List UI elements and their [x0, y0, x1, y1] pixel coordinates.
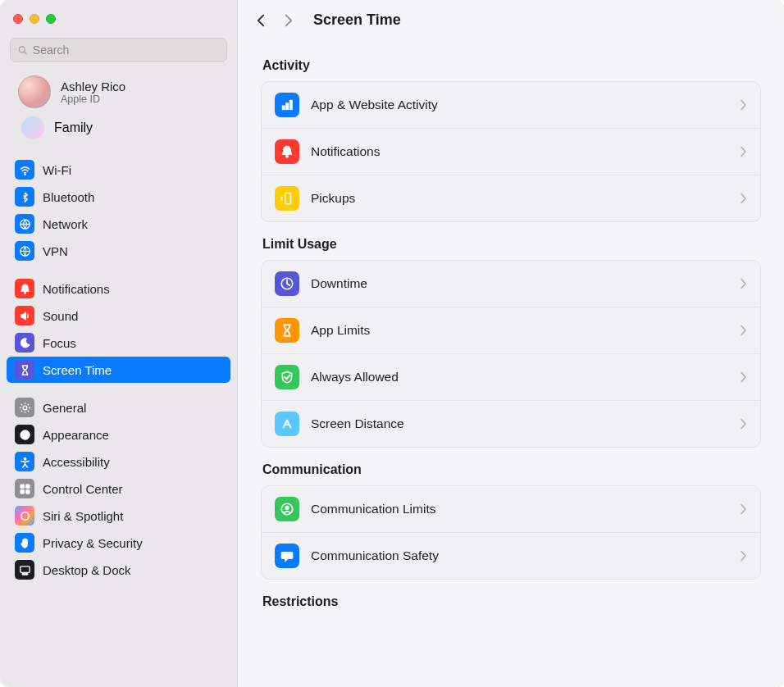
downtime-icon — [275, 271, 299, 296]
sidebar-item-label: Privacy & Security — [43, 536, 143, 550]
sidebar-item-notifications[interactable]: Notifications — [7, 275, 230, 302]
sidebar-item-control-center[interactable]: Control Center — [7, 475, 230, 502]
settings-row-always-allowed[interactable]: Always Allowed — [262, 353, 760, 400]
hourglass-icon — [15, 360, 34, 380]
sidebar-item-general[interactable]: General — [7, 394, 230, 421]
settings-row-notifications[interactable]: Notifications — [262, 128, 760, 175]
sidebar-item-label: Desktop & Dock — [43, 563, 131, 577]
siri-icon — [15, 506, 34, 525]
search-field[interactable] — [10, 38, 227, 62]
row-label: Notifications — [311, 144, 728, 159]
chevron-right-icon — [740, 325, 747, 336]
moon-icon — [15, 333, 34, 353]
bluetooth-icon — [15, 187, 34, 207]
search-input[interactable] — [33, 43, 220, 57]
bell-icon — [275, 139, 299, 164]
section-label: Communication — [262, 462, 759, 477]
sidebar-item-siri-spotlight[interactable]: Siri & Spotlight — [7, 503, 230, 529]
gear-icon — [15, 398, 34, 417]
sidebar-item-sound[interactable]: Sound — [7, 303, 230, 329]
sidebar-item-label: Focus — [43, 336, 76, 350]
sidebar-item-label: Wi-Fi — [43, 163, 71, 177]
sidebar-item-label: Screen Time — [43, 363, 112, 377]
avatar — [18, 75, 51, 108]
maximize-button[interactable] — [46, 14, 56, 24]
account-sub: Apple ID — [61, 93, 125, 105]
sidebar-item-bluetooth[interactable]: Bluetooth — [7, 184, 230, 210]
wifi-icon — [15, 160, 34, 180]
family-row[interactable]: Family — [0, 113, 237, 148]
settings-row-screen-distance[interactable]: Screen Distance — [262, 400, 760, 447]
sidebar-item-screen-time[interactable]: Screen Time — [7, 357, 230, 383]
check-shield-icon — [275, 365, 299, 389]
back-button[interactable] — [254, 14, 267, 27]
chevron-right-icon — [740, 146, 747, 157]
row-label: Always Allowed — [311, 370, 728, 384]
chevron-right-icon — [740, 278, 747, 289]
chevron-right-icon — [740, 371, 747, 383]
settings-row-downtime[interactable]: Downtime — [262, 261, 760, 307]
section-label: Activity — [262, 58, 759, 73]
person-circle-icon — [275, 497, 299, 521]
section-label: Limit Usage — [262, 237, 759, 252]
hourglass-icon — [275, 318, 299, 343]
svg-line-1 — [25, 52, 27, 54]
row-label: Communication Safety — [311, 548, 728, 563]
sidebar-item-focus[interactable]: Focus — [7, 330, 230, 356]
row-label: App & Website Activity — [311, 98, 728, 112]
bell-icon — [15, 279, 34, 298]
chevron-right-icon — [740, 193, 747, 204]
sidebar-item-label: Network — [43, 217, 88, 231]
svg-point-0 — [19, 46, 25, 52]
chevron-right-icon — [740, 99, 747, 111]
sidebar-item-network[interactable]: Network — [7, 211, 230, 237]
sidebar-item-vpn[interactable]: VPN — [7, 238, 230, 264]
sidebar-item-wi-fi[interactable]: Wi-Fi — [7, 157, 230, 183]
settings-row-pickups[interactable]: Pickups — [262, 175, 760, 221]
page-title: Screen Time — [313, 11, 401, 29]
settings-row-communication-limits[interactable]: Communication Limits — [262, 486, 760, 532]
sidebar-item-label: Notifications — [43, 282, 110, 296]
sidebar-item-label: Control Center — [43, 482, 123, 496]
sidebar-item-label: Appearance — [43, 428, 109, 442]
settings-row-app-website-activity[interactable]: App & Website Activity — [262, 82, 760, 128]
main-header: Screen Time — [238, 0, 784, 35]
chevron-right-icon — [740, 550, 747, 562]
vpn-icon — [15, 241, 34, 261]
distance-icon — [275, 412, 299, 436]
content: ActivityApp & Website ActivityNotificati… — [238, 35, 784, 637]
sidebar-item-label: VPN — [43, 244, 68, 258]
apple-id-row[interactable]: Ashley Rico Apple ID — [0, 71, 237, 113]
appearance-icon — [15, 425, 34, 444]
chart-bar-icon — [275, 93, 299, 117]
chevron-right-icon — [740, 418, 747, 430]
forward-button[interactable] — [282, 14, 295, 27]
sidebar-nav: Wi-FiBluetoothNetworkVPNNotificationsSou… — [0, 148, 237, 684]
sidebar-item-privacy-security[interactable]: Privacy & Security — [7, 530, 230, 556]
account-name: Ashley Rico — [61, 80, 125, 93]
accessibility-icon — [15, 452, 34, 471]
minimize-button[interactable] — [30, 14, 39, 24]
main-pane: Screen Time ActivityApp & Website Activi… — [238, 0, 784, 687]
chevron-right-icon — [740, 503, 747, 515]
sidebar-item-desktop-dock[interactable]: Desktop & Dock — [7, 557, 230, 583]
sidebar-item-appearance[interactable]: Appearance — [7, 421, 230, 448]
sound-icon — [15, 306, 34, 325]
row-label: Pickups — [311, 191, 728, 206]
row-label: Screen Distance — [311, 416, 728, 431]
dock-icon — [15, 560, 34, 580]
sidebar-item-label: General — [43, 401, 86, 415]
sidebar-item-label: Siri & Spotlight — [43, 509, 123, 523]
window-controls — [0, 0, 237, 38]
search-icon — [17, 44, 29, 57]
family-label: Family — [54, 121, 93, 135]
section-label: Restrictions — [262, 594, 759, 609]
settings-row-app-limits[interactable]: App Limits — [262, 307, 760, 353]
close-button[interactable] — [13, 14, 23, 24]
settings-row-communication-safety[interactable]: Communication Safety — [262, 532, 760, 579]
sidebar-item-accessibility[interactable]: Accessibility — [7, 448, 230, 475]
control-center-icon — [15, 479, 34, 498]
row-label: Communication Limits — [311, 502, 728, 516]
sidebar-item-label: Bluetooth — [43, 190, 94, 204]
row-label: Downtime — [311, 276, 728, 291]
